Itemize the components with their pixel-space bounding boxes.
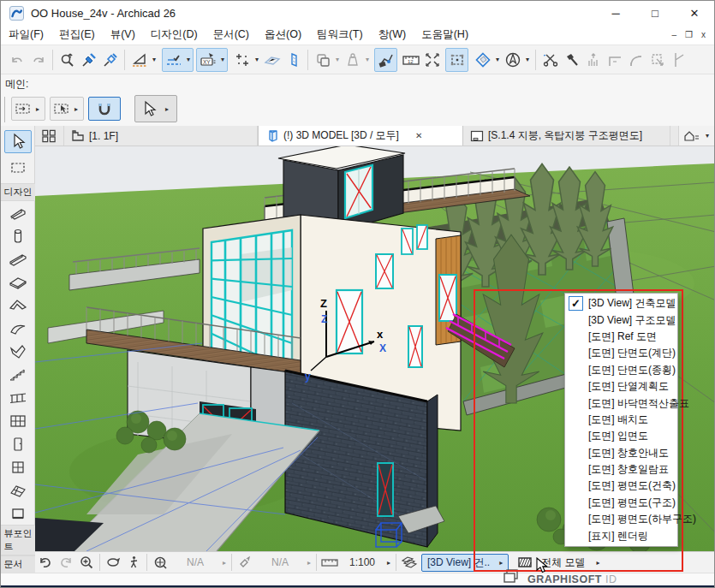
quick-layout-button[interactable] [35,126,64,146]
curtain-wall-tool[interactable] [4,409,32,432]
column-tool[interactable] [4,224,32,247]
fit-in-window-icon[interactable] [150,553,170,572]
north-caret-icon[interactable]: ▾ [523,56,532,63]
pen-set-icon[interactable] [235,553,255,572]
walk-icon[interactable] [123,553,144,572]
railing-tool[interactable] [4,386,32,409]
palette-grip[interactable] [4,97,5,122]
menu-window[interactable]: 창(W) [371,25,414,45]
selection-options-button[interactable]: ▸ [50,97,84,121]
frame-copy-icon[interactable] [312,49,333,71]
door-tool[interactable] [4,432,32,455]
set-orientation-icon[interactable] [472,49,493,71]
dropdown-item[interactable]: ✓ [3D View] 건축모델 [565,295,677,312]
back-icon[interactable] [35,553,56,572]
model-filter-button[interactable]: 전체 모델 ▸ [517,555,602,570]
menu-file[interactable]: 파일(F) [1,25,51,45]
stair-tool[interactable] [4,363,32,386]
zoom-caret-icon[interactable]: ▸ [220,559,229,567]
select-tool[interactable] [4,130,32,153]
slab-tool[interactable] [4,270,32,294]
align-icon[interactable] [582,49,604,71]
graphisoft-id[interactable]: ID [605,573,617,585]
menu-document[interactable]: 문서(C) [206,25,257,45]
dropdown-item[interactable]: [도면] 바닥면적산출표 [565,395,677,411]
snap-guides-icon[interactable] [163,49,184,71]
dropdown-item[interactable]: [도면] 단면도(계단) [565,345,677,361]
pen-caret-icon[interactable]: ▸ [305,559,313,567]
zoom-in-icon[interactable] [76,553,97,572]
marquee-selection-icon[interactable] [446,49,468,71]
menu-teamwork[interactable]: 팀워크(T) [309,25,370,45]
forward-icon[interactable] [56,553,76,572]
dropdown-item[interactable]: [도면] 입면도 [565,428,677,444]
inject-parameters-icon[interactable] [99,49,121,71]
coordinates-caret-icon[interactable]: ▾ [218,56,227,63]
dropdown-item[interactable]: [도면] 창호안내도 [565,445,677,461]
undo-icon[interactable] [6,49,27,71]
tab-floor-plan[interactable]: [1. 1F] [64,126,258,146]
adjust-icon[interactable] [561,49,582,71]
arrow-tool-button[interactable]: ▸ [134,95,177,122]
dropdown-item[interactable]: [도면] 평면도(구조) [565,495,677,511]
roof-tool[interactable] [4,294,32,317]
grid-snap-icon[interactable] [231,49,253,71]
scale-ruler-icon[interactable] [319,553,340,572]
pen-value[interactable]: N/A [255,556,305,568]
pick-up-parameters-icon[interactable] [78,49,99,71]
tab-structural-plan[interactable]: [S.1.4 지붕, 옥탑지붕 구조평면도] [463,126,670,146]
trim-corner-icon[interactable] [604,49,625,71]
dropdown-item[interactable]: [도면] Ref 도면 [565,329,677,345]
doc-close-button[interactable]: x [701,30,706,39]
grid-snap-caret-icon[interactable]: ▾ [253,56,261,63]
tab-close-icon[interactable]: ✕ [415,131,422,140]
measure-icon[interactable]: 12 [400,49,421,71]
dropdown-item[interactable]: [도면] 배치도 [565,412,677,428]
window-tool[interactable] [4,455,32,478]
close-button[interactable]: ✕ [675,1,714,25]
snap-points-icon[interactable] [375,49,396,71]
maximize-button[interactable]: □ [635,1,675,25]
intersect-icon[interactable] [668,49,689,71]
menu-help[interactable]: 도움말(H) [414,25,476,45]
dropdown-item[interactable]: [도면] 평면도(하부구조) [565,511,677,527]
stretch-icon[interactable] [421,49,443,71]
dropdown-item[interactable]: [도면] 평면도(건축) [565,478,677,494]
gravity-icon[interactable] [342,49,363,71]
dropdown-item[interactable]: [도면] 단면도(종횡) [565,362,677,378]
layers-icon[interactable] [399,553,420,572]
dropdown-item[interactable]: [3D View] 구조모델 [565,312,677,328]
dropdown-item[interactable]: [표지] 렌더링 [565,527,677,543]
graphisoft-brand[interactable]: GRAPHISOFT [527,573,602,585]
gravity-caret-icon[interactable]: ▾ [363,56,372,63]
tab-3d-model[interactable]: (!) 3D MODEL [3D / 모두] ✕ [258,126,463,146]
view-selector-button[interactable]: [3D View] 건.. ▸ [421,554,509,572]
menu-options[interactable]: 옵션(O) [257,25,309,45]
scale-caret-icon[interactable]: ▸ [384,559,393,567]
shell-tool[interactable] [4,317,32,340]
marquee-options-button[interactable]: ▸ [11,97,45,121]
split-icon[interactable] [539,49,561,71]
redo-icon[interactable] [27,49,49,71]
virtual-trace-icon[interactable] [283,49,304,71]
window-restore-icon[interactable] [503,568,520,584]
menu-design[interactable]: 디자인(D) [143,25,206,45]
doc-minimize-button[interactable]: – [671,30,676,39]
guide-lines-icon[interactable] [128,49,150,71]
zoom-value[interactable]: N/A [170,556,220,568]
coordinates-input-icon[interactable]: XY [197,49,218,71]
fillet-icon[interactable] [625,49,646,71]
morph-tool[interactable] [4,340,32,363]
marquee-tool[interactable] [4,156,32,179]
guide-lines-caret-icon[interactable]: ▾ [150,56,158,63]
zoom-to-selection-icon[interactable] [57,49,78,71]
dropdown-item[interactable]: [도면] 단열계획도 [565,378,677,395]
north-direction-icon[interactable] [502,49,523,71]
view-options-button[interactable]: ▾ [678,126,715,146]
doc-restore-button[interactable]: ❐ [685,30,693,39]
opening-tool[interactable] [4,502,32,525]
orientation-caret-icon[interactable]: ▾ [493,56,502,63]
resize-icon[interactable] [646,49,668,71]
skylight-tool[interactable] [4,478,32,502]
frame-copy-caret-icon[interactable]: ▾ [333,56,342,63]
